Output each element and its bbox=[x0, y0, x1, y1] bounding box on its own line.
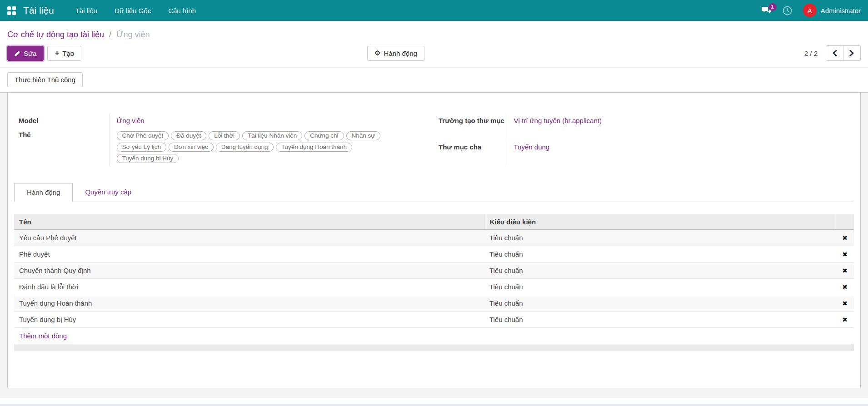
actions-table: Tên Kiểu điều kiện Yêu cầu Phê duyệt Tiê… bbox=[14, 214, 854, 344]
column-header-name[interactable]: Tên bbox=[14, 214, 484, 230]
tag-pill[interactable]: Đang tuyển dụng bbox=[216, 143, 274, 152]
tag-pill[interactable]: Chờ Phê duyệt bbox=[117, 131, 169, 140]
form-statusbar: Thực hiện Thủ công bbox=[0, 67, 868, 93]
row-name-cell[interactable]: Yêu cầu Phê duyệt bbox=[14, 230, 484, 246]
tags-field-label: Thẻ bbox=[14, 128, 110, 166]
tag-pill[interactable]: Đơn xin việc bbox=[169, 143, 214, 152]
messages-button[interactable]: 1 bbox=[762, 6, 772, 15]
menu-cau-hinh[interactable]: Cấu hình bbox=[160, 1, 204, 20]
pager-previous-button[interactable] bbox=[826, 45, 843, 61]
tab-quyen-truy-cap[interactable]: Quyền truy cập bbox=[73, 183, 144, 202]
delete-row-icon[interactable]: ✖ bbox=[842, 267, 848, 274]
bottom-strip bbox=[0, 404, 868, 406]
breadcrumb-separator: / bbox=[109, 30, 111, 39]
parent-folder-label: Thư mục cha bbox=[434, 140, 507, 166]
delete-row-icon[interactable]: ✖ bbox=[842, 235, 848, 241]
user-menu[interactable]: A Administrator bbox=[803, 4, 861, 17]
breadcrumb-current: Ứng viên bbox=[116, 30, 150, 39]
column-header-condition[interactable]: Kiểu điều kiện bbox=[484, 214, 836, 230]
actions-table-body: Yêu cầu Phê duyệt Tiêu chuẩn ✖ Phê duyệt… bbox=[14, 230, 854, 344]
delete-row-icon[interactable]: ✖ bbox=[842, 251, 848, 257]
row-condition-cell[interactable]: Tiêu chuẩn bbox=[484, 279, 836, 295]
pager-next-button[interactable] bbox=[843, 45, 861, 61]
model-field-label: Model bbox=[14, 114, 110, 128]
row-name-cell[interactable]: Chuyển thành Quy định bbox=[14, 262, 484, 279]
main-menu: Tài liệu Dữ liệu Gốc Cấu hình bbox=[68, 1, 204, 20]
row-condition-cell[interactable]: Tiêu chuẩn bbox=[484, 312, 836, 328]
table-row[interactable]: Đánh dấu là lỗi thời Tiêu chuẩn ✖ bbox=[14, 279, 854, 295]
chevron-left-icon bbox=[832, 50, 837, 56]
tag-pill[interactable]: Sơ yếu Lý lịch bbox=[117, 143, 166, 152]
control-panel: Sửa + Tạo ⚙ Hành động 2 / 2 bbox=[0, 41, 868, 67]
manual-run-button[interactable]: Thực hiện Thủ công bbox=[7, 72, 83, 87]
chevron-right-icon bbox=[849, 50, 854, 56]
edit-button[interactable]: Sửa bbox=[7, 46, 44, 61]
row-name-cell[interactable]: Tuyển dụng Hoàn thành bbox=[14, 295, 484, 312]
breadcrumb-parent-link[interactable]: Cơ chế tự động tạo tài liệu bbox=[7, 30, 104, 39]
breadcrumb: Cơ chế tự động tạo tài liệu / Ứng viên bbox=[0, 21, 868, 41]
field-group-right: Trường tạo thư mục Vị trí ứng tuyển (hr.… bbox=[434, 114, 854, 166]
app-brand-title[interactable]: Tài liệu bbox=[23, 5, 54, 16]
tag-pill[interactable]: Tài liệu Nhân viên bbox=[242, 131, 302, 140]
menu-du-lieu-goc[interactable]: Dữ liệu Gốc bbox=[107, 1, 159, 20]
delete-row-icon[interactable]: ✖ bbox=[842, 317, 848, 323]
pencil-icon bbox=[15, 50, 20, 56]
action-button[interactable]: ⚙ Hành động bbox=[367, 46, 424, 61]
row-name-cell[interactable]: Đánh dấu là lỗi thời bbox=[14, 279, 484, 295]
row-condition-cell[interactable]: Tiêu chuẩn bbox=[484, 295, 836, 312]
form-sheet: Model Ứng viên Thẻ Chờ Phê duyệt Đã duyệ… bbox=[7, 93, 861, 388]
tags-list: Chờ Phê duyệt Đã duyệt Lỗi thời Tài liệu… bbox=[117, 131, 383, 163]
user-avatar: A bbox=[803, 4, 817, 17]
delete-row-icon[interactable]: ✖ bbox=[842, 300, 848, 307]
tag-pill[interactable]: Tuyển dụng Hoàn thành bbox=[276, 143, 352, 152]
table-row[interactable]: Chuyển thành Quy định Tiêu chuẩn ✖ bbox=[14, 262, 854, 279]
tag-pill[interactable]: Tuyển dụng bị Hủy bbox=[117, 154, 179, 163]
row-condition-cell[interactable]: Tiêu chuẩn bbox=[484, 246, 836, 262]
row-name-cell[interactable]: Phê duyệt bbox=[14, 246, 484, 262]
activities-clock-icon[interactable] bbox=[783, 6, 792, 15]
row-condition-cell[interactable]: Tiêu chuẩn bbox=[484, 230, 836, 246]
folder-field-label: Trường tạo thư mục bbox=[434, 114, 507, 140]
notebook-tabs: Hành động Quyền truy cập bbox=[14, 183, 854, 202]
pager-count: 2 / 2 bbox=[804, 50, 818, 57]
parent-folder-value[interactable]: Tuyển dụng bbox=[514, 143, 550, 151]
folder-field-value[interactable]: Vị trí ứng tuyển (hr.applicant) bbox=[514, 117, 602, 124]
field-group-left: Model Ứng viên Thẻ Chờ Phê duyệt Đã duyệ… bbox=[14, 114, 434, 166]
tab-hanh-dong[interactable]: Hành động bbox=[14, 183, 73, 202]
table-row[interactable]: Yêu cầu Phê duyệt Tiêu chuẩn ✖ bbox=[14, 230, 854, 246]
table-row[interactable]: Phê duyệt Tiêu chuẩn ✖ bbox=[14, 246, 854, 262]
pager: 2 / 2 bbox=[804, 45, 861, 61]
menu-tai-lieu[interactable]: Tài liệu bbox=[68, 1, 105, 20]
table-row[interactable]: Tuyển dụng bị Hủy Tiêu chuẩn ✖ bbox=[14, 312, 854, 328]
column-header-delete bbox=[836, 214, 854, 230]
table-row[interactable]: Tuyển dụng Hoàn thành Tiêu chuẩn ✖ bbox=[14, 295, 854, 312]
tag-pill[interactable]: Đã duyệt bbox=[171, 131, 206, 140]
delete-row-icon[interactable]: ✖ bbox=[842, 284, 848, 290]
user-name: Administrator bbox=[821, 7, 861, 15]
add-line-link[interactable]: Thêm một dòng bbox=[19, 332, 67, 340]
table-footer-strip bbox=[14, 344, 854, 351]
messages-count-badge: 1 bbox=[768, 3, 777, 11]
row-condition-cell[interactable]: Tiêu chuẩn bbox=[484, 262, 836, 279]
apps-grid-icon[interactable] bbox=[7, 6, 16, 15]
tag-pill[interactable]: Nhân sự bbox=[346, 131, 381, 140]
tag-pill[interactable]: Chứng chỉ bbox=[304, 131, 344, 140]
sheet-background: Model Ứng viên Thẻ Chờ Phê duyệt Đã duyệ… bbox=[0, 93, 868, 398]
tag-pill[interactable]: Lỗi thời bbox=[209, 131, 240, 140]
create-button[interactable]: + Tạo bbox=[47, 46, 81, 61]
top-navbar: Tài liệu Tài liệu Dữ liệu Gốc Cấu hình 1… bbox=[0, 0, 868, 21]
model-field-value[interactable]: Ứng viên bbox=[117, 117, 145, 124]
row-name-cell[interactable]: Tuyển dụng bị Hủy bbox=[14, 312, 484, 328]
